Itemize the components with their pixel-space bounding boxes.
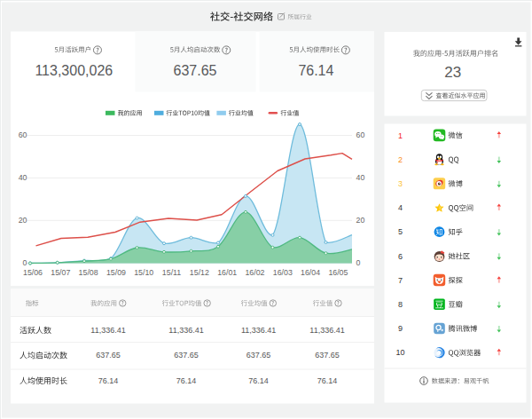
svg-text:637.65: 637.65 bbox=[174, 63, 217, 78]
svg-text:637.65: 637.65 bbox=[315, 351, 340, 360]
svg-text:16/02: 16/02 bbox=[245, 268, 264, 277]
svg-text:15/07: 15/07 bbox=[51, 268, 70, 277]
svg-text:7: 7 bbox=[398, 276, 403, 285]
svg-text:20: 20 bbox=[356, 216, 365, 225]
svg-text:60: 60 bbox=[356, 130, 365, 139]
svg-text:5: 5 bbox=[398, 227, 403, 236]
svg-text:76.14: 76.14 bbox=[248, 376, 269, 385]
svg-text:8: 8 bbox=[398, 300, 403, 309]
svg-text:0: 0 bbox=[356, 258, 361, 267]
svg-text:15/10: 15/10 bbox=[134, 268, 153, 277]
svg-text:15/12: 15/12 bbox=[190, 268, 209, 277]
svg-text:40: 40 bbox=[356, 173, 365, 182]
svg-text:76.14: 76.14 bbox=[98, 376, 119, 385]
svg-text:11,336.41: 11,336.41 bbox=[309, 326, 344, 335]
svg-text:40: 40 bbox=[19, 173, 27, 182]
svg-text:15/11: 15/11 bbox=[162, 268, 181, 277]
svg-text:16/05: 16/05 bbox=[328, 268, 348, 277]
svg-text:76.14: 76.14 bbox=[317, 376, 338, 385]
svg-text:15/09: 15/09 bbox=[106, 268, 126, 277]
svg-text:9: 9 bbox=[398, 324, 403, 333]
svg-text:76.14: 76.14 bbox=[176, 376, 197, 385]
svg-text:637.65: 637.65 bbox=[174, 351, 199, 360]
svg-text:3: 3 bbox=[398, 179, 403, 188]
svg-text:6: 6 bbox=[398, 252, 403, 261]
svg-text:637.65: 637.65 bbox=[96, 351, 121, 360]
svg-text:23: 23 bbox=[444, 64, 461, 81]
svg-text:113,300,026: 113,300,026 bbox=[35, 63, 113, 78]
svg-text:16/04: 16/04 bbox=[301, 268, 320, 277]
svg-text:15/06: 15/06 bbox=[23, 268, 43, 277]
svg-text:20: 20 bbox=[19, 216, 27, 225]
svg-text:2: 2 bbox=[398, 155, 403, 164]
svg-text:11,336.41: 11,336.41 bbox=[90, 326, 125, 335]
svg-text:4: 4 bbox=[398, 203, 403, 212]
svg-text:16/01: 16/01 bbox=[217, 268, 237, 277]
svg-text:76.14: 76.14 bbox=[298, 63, 333, 78]
svg-text:10: 10 bbox=[395, 348, 404, 357]
svg-text:60: 60 bbox=[19, 130, 27, 139]
svg-text:16/03: 16/03 bbox=[273, 268, 293, 277]
svg-text:0: 0 bbox=[23, 258, 27, 267]
svg-text:1: 1 bbox=[398, 131, 403, 140]
svg-text:637.65: 637.65 bbox=[246, 351, 271, 360]
svg-text:11,336.41: 11,336.41 bbox=[168, 326, 203, 335]
svg-text:15/08: 15/08 bbox=[79, 268, 98, 277]
svg-text:11,336.41: 11,336.41 bbox=[241, 326, 276, 335]
